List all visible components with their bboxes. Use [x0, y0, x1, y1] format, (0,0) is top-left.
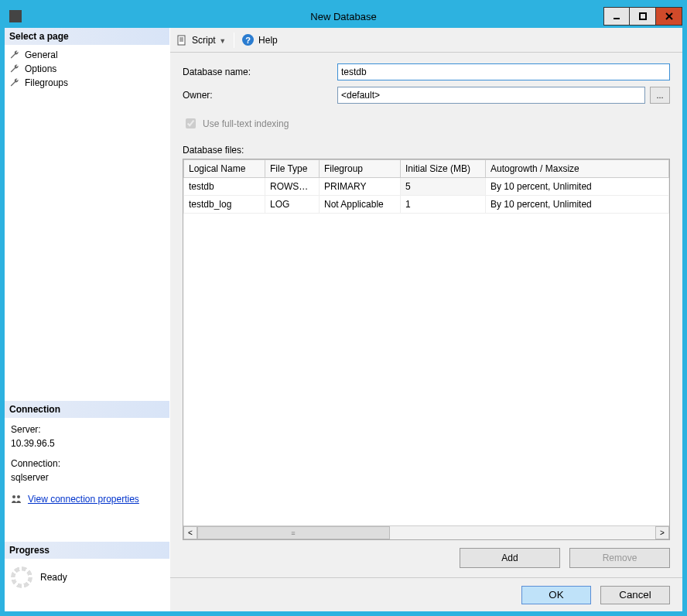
cell-autogrowth[interactable]: By 10 percent, Unlimited	[486, 196, 669, 214]
cell-logical[interactable]: testdb	[184, 178, 265, 196]
page-list: General Options Filegroups	[5, 45, 169, 93]
left-pane: Select a page General Options Filegroups…	[5, 28, 170, 611]
server-label: Server:	[11, 423, 163, 436]
titlebar: New Database	[5, 5, 682, 28]
table-row[interactable]: testdb ROWS… PRIMARY 5 By 10 percent, Un…	[184, 178, 669, 196]
progress-header: Progress	[5, 542, 169, 559]
fulltext-label: Use full-text indexing	[203, 118, 289, 129]
db-name-label: Database name:	[183, 67, 337, 77]
svg-rect-6	[178, 36, 185, 45]
help-button[interactable]: Help	[258, 35, 278, 46]
col-autogrowth[interactable]: Autogrowth / Maxsize	[486, 160, 669, 178]
progress-status: Ready	[40, 572, 67, 583]
content-area: Database name: Owner: ... Use full-text …	[170, 53, 682, 577]
separator	[234, 33, 234, 48]
wrench-icon	[9, 50, 20, 60]
page-item-general[interactable]: General	[5, 48, 169, 62]
cell-logical[interactable]: testdb_log	[184, 196, 265, 214]
minimize-icon	[612, 12, 621, 21]
scroll-thumb[interactable]: ≡	[197, 526, 390, 539]
maximize-button[interactable]	[630, 7, 656, 26]
cell-filegroup[interactable]: Not Applicable	[320, 196, 401, 214]
cell-filetype[interactable]: ROWS…	[265, 178, 320, 196]
page-item-filegroups[interactable]: Filegroups	[5, 76, 169, 90]
horizontal-scrollbar[interactable]: < ≡ >	[183, 525, 669, 539]
cell-initial[interactable]: 1	[401, 196, 486, 214]
cell-filegroup[interactable]: PRIMARY	[320, 178, 401, 196]
minimize-button[interactable]	[603, 7, 630, 26]
content-toolbar: Script ▼ ? Help	[170, 28, 682, 53]
connection-panel: Server: 10.39.96.5 Connection: sqlserver…	[5, 418, 169, 511]
cancel-button[interactable]: Cancel	[600, 586, 670, 604]
wrench-icon	[9, 63, 20, 74]
view-connection-link[interactable]: View connection properties	[28, 492, 139, 506]
scroll-right-arrow-icon[interactable]: >	[655, 526, 669, 539]
dialog-footer: OK Cancel	[170, 577, 682, 611]
cell-filetype[interactable]: LOG	[265, 196, 320, 214]
close-button[interactable]	[656, 7, 682, 26]
right-pane: Script ▼ ? Help Database name: Owner: ..…	[170, 28, 682, 611]
view-connection-properties[interactable]: View connection properties	[11, 492, 163, 506]
files-label: Database files:	[183, 145, 670, 156]
progress-panel: Ready	[5, 559, 169, 611]
progress-spinner-icon	[11, 566, 32, 588]
ok-button[interactable]: OK	[521, 586, 591, 604]
people-icon	[11, 495, 23, 504]
cell-initial[interactable]: 5	[401, 178, 486, 196]
window-title: New Database	[5, 11, 682, 22]
page-label: Filegroups	[25, 77, 68, 88]
owner-input[interactable]	[337, 87, 645, 104]
maximize-icon	[638, 12, 648, 21]
server-value: 10.39.96.5	[11, 436, 163, 450]
col-file-type[interactable]: File Type	[265, 160, 320, 178]
select-page-header: Select a page	[5, 28, 169, 45]
page-item-options[interactable]: Options	[5, 62, 169, 76]
page-label: General	[25, 50, 58, 60]
new-database-dialog: New Database Select a page General	[0, 0, 687, 616]
chevron-down-icon: ▼	[217, 37, 226, 45]
col-initial-size[interactable]: Initial Size (MB)	[401, 160, 486, 178]
connection-label: Connection:	[11, 457, 163, 471]
wrench-icon	[9, 77, 20, 88]
page-label: Options	[25, 63, 56, 74]
database-files-grid[interactable]: Logical Name File Type Filegroup Initial…	[183, 159, 670, 540]
scroll-left-arrow-icon[interactable]: <	[183, 526, 197, 539]
svg-point-5	[17, 495, 20, 498]
cell-autogrowth[interactable]: By 10 percent, Unlimited	[486, 178, 669, 196]
add-button[interactable]: Add	[460, 548, 560, 568]
table-row[interactable]: testdb_log LOG Not Applicable 1 By 10 pe…	[184, 196, 669, 214]
script-dropdown[interactable]: Script ▼	[192, 35, 226, 46]
script-icon	[176, 35, 187, 46]
connection-header: Connection	[5, 401, 169, 418]
col-filegroup[interactable]: Filegroup	[320, 160, 401, 178]
owner-browse-button[interactable]: ...	[650, 87, 670, 104]
scroll-track[interactable]: ≡	[197, 526, 655, 539]
svg-rect-1	[640, 13, 646, 19]
window-controls	[603, 7, 682, 26]
owner-label: Owner:	[183, 90, 337, 101]
svg-point-4	[12, 495, 15, 498]
fulltext-checkbox	[186, 118, 196, 128]
col-logical-name[interactable]: Logical Name	[184, 160, 265, 178]
remove-button[interactable]: Remove	[569, 548, 670, 568]
help-icon: ?	[242, 34, 254, 46]
db-name-input[interactable]	[337, 63, 670, 80]
connection-value: sqlserver	[11, 471, 163, 484]
close-icon	[665, 12, 674, 21]
app-icon	[9, 10, 22, 22]
